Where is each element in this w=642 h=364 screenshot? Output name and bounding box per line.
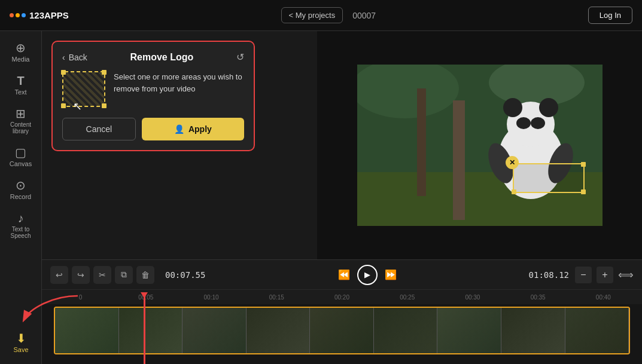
tts-icon: ♪: [18, 212, 24, 224]
svg-point-8: [503, 98, 522, 117]
delete-button[interactable]: 🗑: [136, 266, 154, 284]
logo-dots: [10, 13, 26, 17]
apply-button[interactable]: 👤 Apply: [142, 118, 244, 140]
sidebar-item-save[interactable]: ⬇ Save: [2, 328, 39, 358]
plus-circle-icon: ⊕: [16, 42, 26, 54]
ruler-mark: 00:25: [375, 294, 440, 301]
sidebar-item-media[interactable]: ⊕ Media: [2, 37, 39, 68]
workspace: ‹ Back Remove Logo ↺: [42, 31, 642, 259]
fast-forward-icon: ⏩: [385, 270, 397, 280]
cancel-button[interactable]: Cancel: [62, 118, 136, 140]
video-area: ✕: [317, 31, 642, 259]
play-icon: ▶: [364, 270, 370, 279]
svg-rect-4: [453, 100, 465, 220]
playhead: [144, 292, 145, 364]
area-preview: ↖: [62, 71, 105, 107]
canvas-icon: ▢: [15, 146, 26, 158]
ruler-marks: 0 00:05 00:10 00:15 00:20 00:25 00:30 00…: [48, 294, 636, 301]
expand-button[interactable]: ⟺: [618, 268, 634, 282]
copy-button[interactable]: ⧉: [115, 266, 133, 284]
copy-icon: ⧉: [121, 270, 127, 280]
card-body: ↖ Select one or more areas you wish to r…: [62, 71, 244, 107]
project-id: 00007: [352, 11, 376, 20]
sidebar-label-text: Text: [14, 88, 26, 96]
end-time-display: 01:08.12: [529, 270, 569, 280]
my-projects-button[interactable]: < My projects: [281, 7, 343, 23]
play-button[interactable]: ▶: [357, 265, 378, 285]
logo-dot-yellow: [16, 13, 20, 17]
panel: ‹ Back Remove Logo ↺: [42, 31, 317, 259]
track-thumb: [374, 308, 438, 353]
corner-bl: [61, 103, 66, 108]
expand-icon: ⟺: [618, 269, 634, 281]
video-selection-box[interactable]: ✕: [513, 163, 585, 193]
back-chevron-icon: ‹: [62, 53, 65, 62]
track-thumb: [310, 308, 374, 353]
apply-person-icon: 👤: [174, 124, 184, 134]
video-frame: ✕: [357, 65, 603, 226]
sidebar-label-record: Record: [10, 193, 31, 200]
zoom-out-button[interactable]: −: [575, 267, 592, 283]
logo-dot-red: [10, 13, 14, 17]
ruler-mark: 00:35: [506, 294, 571, 301]
card-actions: Cancel 👤 Apply: [62, 118, 244, 140]
sidebar-item-content-library[interactable]: ⊞ Content library: [2, 103, 39, 139]
redo-button[interactable]: ↪: [72, 266, 90, 284]
sel-corner-br: [581, 189, 586, 194]
sidebar-item-text-to-speech[interactable]: ♪ Text to Speech: [2, 207, 39, 244]
sidebar-label-tts: Text to Speech: [6, 226, 36, 239]
delete-icon: 🗑: [141, 270, 150, 280]
app-logo: 123APPS: [10, 10, 69, 20]
timeline-track[interactable]: [54, 307, 630, 354]
text-icon: T: [17, 75, 24, 87]
svg-point-11: [531, 117, 545, 129]
sidebar-item-record[interactable]: ⊙ Record: [2, 175, 39, 205]
ruler-mark: 00:30: [440, 294, 505, 301]
cursor-icon: ↖: [73, 100, 82, 113]
topbar: 123APPS < My projects 00007 Log In: [0, 0, 642, 31]
video-background: [357, 65, 603, 226]
timeline-container: [48, 307, 636, 354]
main-layout: ⊕ Media T Text ⊞ Content library ▢ Canva…: [0, 31, 642, 364]
fast-forward-button[interactable]: ⏩: [385, 269, 397, 280]
corner-tl: [61, 70, 66, 75]
rewind-icon: ⏪: [338, 270, 350, 280]
zoom-in-button[interactable]: +: [597, 267, 613, 283]
card-header: ‹ Back Remove Logo ↺: [62, 51, 244, 63]
logo-dot-blue: [22, 13, 26, 17]
svg-point-9: [539, 98, 558, 117]
rewind-button[interactable]: ⏪: [338, 269, 350, 280]
cut-icon: ✂: [99, 270, 106, 280]
plus-icon: +: [602, 270, 607, 280]
timeline-ruler: 0 00:05 00:10 00:15 00:20 00:25 00:30 00…: [42, 290, 642, 304]
cut-button[interactable]: ✂: [93, 266, 111, 284]
grid-icon: ⊞: [16, 108, 26, 120]
track-thumb: [247, 308, 311, 353]
sidebar: ⊕ Media T Text ⊞ Content library ▢ Canva…: [0, 31, 42, 364]
redo-icon: ↪: [77, 270, 84, 280]
svg-point-10: [516, 117, 531, 129]
login-button[interactable]: Log In: [588, 7, 632, 24]
selection-close-button[interactable]: ✕: [506, 156, 519, 169]
cancel-label: Cancel: [86, 124, 112, 134]
apply-label: Apply: [188, 124, 212, 134]
card-title: Remove Logo: [130, 52, 194, 63]
undo-icon: ↩: [56, 270, 63, 280]
card-description: Select one or more areas you wish to rem…: [114, 71, 244, 94]
sidebar-item-canvas[interactable]: ▢ Canvas: [2, 142, 39, 172]
track-thumb: [182, 308, 247, 353]
remove-logo-card: ‹ Back Remove Logo ↺: [51, 41, 255, 151]
sidebar-item-text[interactable]: T Text: [2, 70, 39, 100]
track-thumb: [119, 308, 183, 353]
record-icon: ⊙: [16, 179, 26, 191]
ruler-mark: 00:40: [571, 294, 636, 301]
refresh-button[interactable]: ↺: [236, 51, 244, 63]
topbar-center: < My projects 00007: [281, 7, 376, 23]
back-button[interactable]: ‹ Back: [62, 53, 87, 62]
sel-corner-bl: [512, 189, 516, 194]
timeline-area: ↩ ↪ ✂ ⧉ 🗑 00:07.55: [42, 259, 642, 364]
transport-left: ↩ ↪ ✂ ⧉ 🗑 00:07.55: [50, 266, 205, 284]
app-name: 123APPS: [29, 10, 69, 20]
track-thumb: [437, 308, 501, 353]
undo-button[interactable]: ↩: [50, 266, 68, 284]
